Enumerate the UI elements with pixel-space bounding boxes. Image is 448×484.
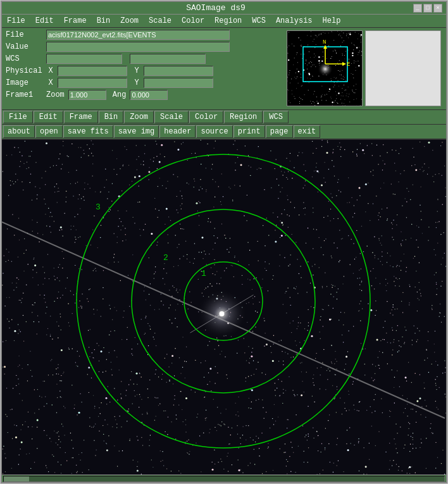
menu-zoom[interactable]: Zoom [118,15,141,27]
toolbar-wcs[interactable]: WCS [263,111,289,123]
svg-text:1: 1 [201,269,206,278]
shortcut-save-fits[interactable]: save fits [63,125,113,138]
toolbar-bin[interactable]: Bin [99,111,124,123]
title-bar: SAOImage ds9 _ □ × [2,2,446,15]
image-x-label: X [46,78,55,87]
toolbar-region[interactable]: Region [224,111,263,123]
menu-file[interactable]: File [4,15,28,27]
physical-y-label: Y [132,66,141,75]
overlay-svg: 1 2 3 [2,140,446,475]
scroll-thumb[interactable] [4,476,29,481]
svg-text:3: 3 [96,202,101,212]
image-label: Image [6,78,44,87]
ang-input[interactable] [130,90,168,100]
shortcut-header[interactable]: header [159,125,196,138]
minimize-button[interactable]: _ [413,4,422,13]
shortcut-open[interactable]: open [35,125,63,138]
toolbar-scale[interactable]: Scale [154,111,189,123]
toolbar: File Edit Frame Bin Zoom Scale Color Reg… [2,110,446,125]
svg-point-10 [132,209,315,393]
shortcut-source[interactable]: source [196,125,232,138]
value-label: Value [6,42,44,51]
ang-label: Ang [113,90,127,99]
wcs-left-input[interactable] [46,54,122,64]
svg-point-8 [184,262,263,340]
svg-point-12 [77,154,370,448]
app-window: SAOImage ds9 _ □ × File Edit Frame Bin Z… [1,1,447,483]
toolbar-file[interactable]: File [3,111,33,123]
toolbar-frame[interactable]: Frame [64,111,98,123]
thumbnail-overlay: N E [287,31,363,106]
shortcut-print[interactable]: print [233,125,265,138]
image-area[interactable]: 1 2 3 [2,140,446,475]
title-controls: _ □ × [413,4,442,13]
menu-scale[interactable]: Scale [146,15,174,27]
menu-frame[interactable]: Frame [61,15,89,27]
svg-line-7 [2,222,445,418]
star-thumbnail: N E [287,30,363,106]
image-x-input[interactable] [58,78,127,88]
value-input[interactable] [46,42,230,52]
menu-bar: File Edit Frame Bin Zoom Scale Color Reg… [2,15,446,28]
image-y-input[interactable] [144,78,213,88]
scroll-track[interactable] [3,476,445,482]
maximize-button[interactable]: □ [423,4,432,13]
shortcut-bar: about open save fits save img header sou… [2,125,446,140]
wcs-right-input[interactable] [130,54,206,64]
shortcut-page[interactable]: page [266,125,293,138]
shortcut-about[interactable]: about [3,125,35,138]
menu-region[interactable]: Region [212,15,244,27]
svg-text:2: 2 [163,253,168,263]
zoom-input[interactable] [68,90,106,100]
frame-label: Frame1 [6,90,44,99]
horizontal-scrollbar[interactable] [2,475,446,482]
menu-analysis[interactable]: Analysis [273,15,315,27]
white-panel [365,30,441,106]
physical-x-input[interactable] [58,66,127,76]
thumbnail-area: N E [287,30,441,106]
menu-edit[interactable]: Edit [33,15,56,27]
menu-bin[interactable]: Bin [94,15,113,27]
physical-x-label: X [46,66,55,75]
toolbar-zoom[interactable]: Zoom [124,111,154,123]
toolbar-color[interactable]: Color [189,111,223,123]
wcs-label: WCS [6,54,44,63]
shortcut-save-img[interactable]: save img [114,125,159,138]
window-title: SAOImage ds9 [18,3,413,13]
menu-color[interactable]: Color [179,15,207,27]
close-button[interactable]: × [433,4,442,13]
physical-label: Physical [6,66,44,75]
menu-wcs[interactable]: WCS [249,15,268,27]
svg-marker-4 [342,62,346,66]
info-panel: File Value WCS Physical X Y Image X [2,28,446,110]
shortcut-exit[interactable]: exit [294,125,321,138]
toolbar-edit[interactable]: Edit [34,111,63,123]
menu-help[interactable]: Help [320,15,344,27]
image-y-label: Y [132,78,141,87]
svg-text:N: N [323,39,326,46]
zoom-label: Zoom [46,90,65,99]
physical-y-input[interactable] [144,66,213,76]
file-value-input[interactable] [46,30,230,40]
file-label: File [6,30,44,39]
svg-text:E: E [347,61,350,68]
